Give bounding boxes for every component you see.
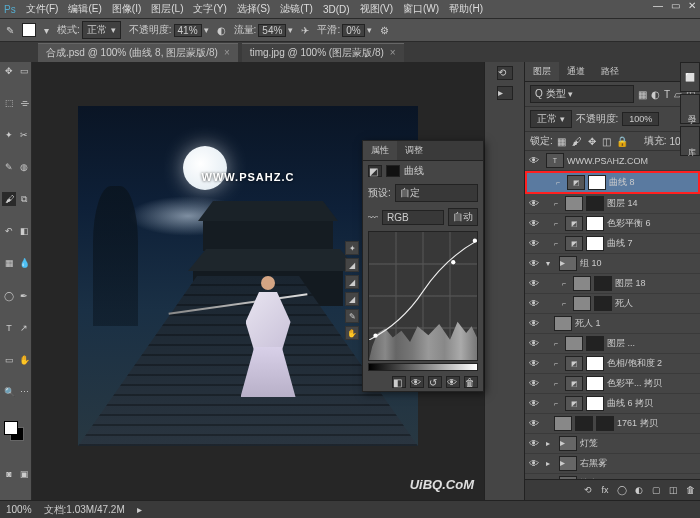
crop-tool[interactable]: ✂: [17, 128, 31, 142]
layer-row[interactable]: 👁⌐图层 14: [525, 194, 700, 214]
visibility-icon[interactable]: 👁: [528, 338, 540, 349]
menu-3d[interactable]: 3D(D): [323, 4, 350, 15]
layer-name[interactable]: 色彩平衡 6: [607, 217, 697, 230]
channel-select[interactable]: RGB: [382, 210, 444, 225]
fx-icon[interactable]: fx: [598, 483, 612, 497]
heal-tool[interactable]: ◍: [17, 160, 31, 174]
visibility-icon[interactable]: 👁: [528, 198, 540, 209]
layer-row[interactable]: 👁1761 拷贝: [525, 414, 700, 434]
wand-tool[interactable]: ✦: [2, 128, 16, 142]
pen-tool[interactable]: ✒: [17, 289, 31, 303]
flow-field[interactable]: 54%: [258, 24, 286, 37]
learn-tab[interactable]: 学习: [680, 94, 700, 124]
menu-type[interactable]: 文字(Y): [193, 2, 226, 16]
layer-name[interactable]: 死人: [615, 297, 697, 310]
zoom-level[interactable]: 100%: [6, 504, 32, 515]
tab-inactive[interactable]: timg.jpg @ 100% (图层蒙版/8)×: [242, 43, 404, 62]
layer-opacity-field[interactable]: 100%: [622, 112, 659, 126]
airbrush-icon[interactable]: ✈: [301, 25, 309, 36]
tab-layers[interactable]: 图层: [525, 62, 559, 81]
close-icon[interactable]: ✕: [688, 0, 696, 11]
preset-select[interactable]: 自定: [395, 184, 478, 202]
artboard-tool[interactable]: ▭: [17, 64, 31, 78]
menu-help[interactable]: 帮助(H): [449, 2, 483, 16]
group-arrow-icon[interactable]: ▸: [546, 439, 556, 448]
filter-type-icon[interactable]: T: [664, 89, 670, 100]
layers-list[interactable]: 👁TWWW.PSAHZ.COM⌐◩曲线 8👁⌐图层 14👁⌐◩色彩平衡 6👁⌐◩…: [525, 151, 700, 479]
layer-row[interactable]: 👁▸▸右黑雾: [525, 454, 700, 474]
new-layer-icon[interactable]: ◫: [666, 483, 680, 497]
type-tool[interactable]: T: [2, 321, 16, 335]
auto-button[interactable]: 自动: [448, 208, 478, 226]
layer-name[interactable]: 组 10: [580, 257, 697, 270]
lock-trans-icon[interactable]: ▦: [556, 135, 568, 147]
visibility-icon[interactable]: 👁: [528, 278, 540, 289]
lock-artboard-icon[interactable]: ◫: [601, 135, 613, 147]
trash-icon[interactable]: 🗑: [683, 483, 697, 497]
stamp-tool[interactable]: ⧉: [17, 192, 31, 206]
blend-mode-select[interactable]: 正常▾: [82, 21, 121, 39]
history-tool[interactable]: ↶: [2, 224, 16, 238]
edit-toolbar[interactable]: ⋯: [17, 385, 31, 399]
curves-graph[interactable]: [368, 231, 478, 361]
visibility-icon[interactable]: 👁: [528, 218, 540, 229]
tab-close-icon[interactable]: ×: [224, 47, 230, 58]
layer-row[interactable]: 👁⌐◩色彩平... 拷贝: [525, 374, 700, 394]
marquee-tool[interactable]: ⬚: [2, 96, 16, 110]
visibility-icon[interactable]: 👁: [528, 298, 540, 309]
tab-channels[interactable]: 通道: [559, 62, 593, 81]
tab-paths[interactable]: 路径: [593, 62, 627, 81]
brush-tool[interactable]: 🖌: [2, 192, 16, 206]
gradient-tool[interactable]: ▦: [2, 256, 16, 270]
color-swatches[interactable]: [2, 421, 31, 449]
visibility-icon[interactable]: 👁: [528, 438, 540, 449]
doc-size[interactable]: 文档:1.03M/47.2M: [44, 503, 125, 517]
layer-row[interactable]: 👁死人 1: [525, 314, 700, 334]
visibility-icon[interactable]: 👁: [528, 155, 540, 166]
tab-active[interactable]: 合成.psd @ 100% (曲线 8, 图层蒙版/8)×: [38, 43, 238, 62]
layer-blend-select[interactable]: 正常 ▾: [530, 110, 572, 128]
group-icon[interactable]: ▢: [649, 483, 663, 497]
visibility-icon[interactable]: 👁: [528, 378, 540, 389]
smooth-field[interactable]: 0%: [342, 24, 364, 37]
reset-icon[interactable]: ↺: [428, 376, 442, 388]
minimize-icon[interactable]: —: [653, 0, 663, 11]
opacity-field[interactable]: 41%: [174, 24, 202, 37]
layer-row[interactable]: 👁⌐图层 18: [525, 274, 700, 294]
tab-close-icon[interactable]: ×: [390, 47, 396, 58]
menu-edit[interactable]: 编辑(E): [68, 2, 101, 16]
path-tool[interactable]: ↗: [17, 321, 31, 335]
layer-name[interactable]: WWW.PSAHZ.COM: [567, 156, 697, 166]
layer-name[interactable]: 色彩平... 拷贝: [607, 377, 697, 390]
layer-name[interactable]: 曲线 7: [607, 237, 697, 250]
actions-panel-icon[interactable]: ▸: [497, 86, 513, 100]
quickmask-tool[interactable]: ◙: [2, 467, 16, 481]
layer-name[interactable]: 灯笼: [580, 437, 697, 450]
menu-file[interactable]: 文件(F): [26, 2, 59, 16]
layer-row[interactable]: 👁▾▸组 10: [525, 254, 700, 274]
eyedrop-black-icon[interactable]: ◢: [345, 258, 359, 272]
status-arrow-icon[interactable]: ▸: [137, 504, 142, 515]
tab-properties[interactable]: 属性: [363, 141, 397, 160]
visibility-icon[interactable]: 👁: [528, 418, 540, 429]
tab-adjustments[interactable]: 调整: [397, 141, 431, 160]
eyedropper-tool[interactable]: ✎: [2, 160, 16, 174]
pencil-icon[interactable]: 〰: [368, 212, 378, 223]
view-prev-icon[interactable]: 👁: [410, 376, 424, 388]
visibility-icon[interactable]: 👁: [528, 458, 540, 469]
toggle-vis-icon[interactable]: 👁: [446, 376, 460, 388]
zoom-tool[interactable]: 🔍: [2, 385, 16, 399]
filter-pixel-icon[interactable]: ▦: [638, 89, 647, 100]
maximize-icon[interactable]: ▭: [671, 0, 680, 11]
visibility-icon[interactable]: 👁: [528, 398, 540, 409]
layer-name[interactable]: 曲线 8: [609, 176, 695, 189]
visibility-icon[interactable]: 👁: [528, 238, 540, 249]
delete-adj-icon[interactable]: 🗑: [464, 376, 478, 388]
group-arrow-icon[interactable]: ▸: [546, 459, 556, 468]
layer-row[interactable]: 👁⌐◩曲线 6 拷贝: [525, 394, 700, 414]
screenmode-tool[interactable]: ▣: [17, 467, 31, 481]
history-panel-icon[interactable]: ⟲: [497, 66, 513, 80]
layer-filter-select[interactable]: Q 类型 ▾: [530, 85, 634, 103]
layer-row[interactable]: 👁⌐◩色相/饱和度 2: [525, 354, 700, 374]
move-tool[interactable]: ✥: [2, 64, 16, 78]
